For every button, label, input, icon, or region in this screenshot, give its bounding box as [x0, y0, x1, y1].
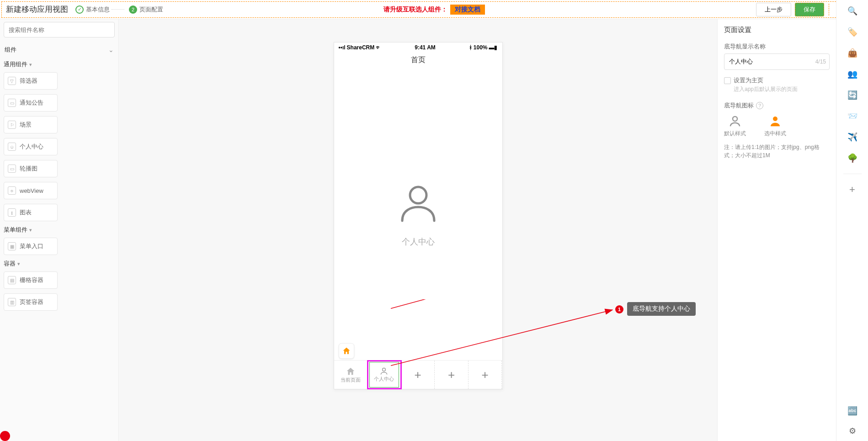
notice-icon: ▭ [8, 99, 16, 107]
widget-grid-container[interactable]: ▤栅格容器 [4, 271, 58, 289]
nav-name-label: 底导航显示名称 [724, 43, 830, 51]
corner-indicator [0, 431, 10, 441]
home-icon [346, 367, 356, 377]
section-label: 组件 [5, 46, 16, 54]
checkbox-icon [724, 77, 731, 84]
upgrade-text: 请升级互联选人组件： [383, 5, 447, 14]
canvas: ••ıl ShareCRM ᯤ 9:41 AM ᚼ 100% ▬▮ 首页 个人中… [119, 19, 717, 441]
plus-icon: + [482, 368, 489, 382]
widget-personal-center[interactable]: ☺个人中心 [4, 138, 58, 155]
gear-icon[interactable]: ⚙ [847, 425, 858, 436]
svg-point-1 [383, 368, 386, 372]
user-icon [768, 114, 782, 128]
bag-icon[interactable]: 👜 [847, 48, 858, 58]
widget-notice[interactable]: ▭通知公告 [4, 94, 58, 112]
widget-scene[interactable]: ⚐场景 [4, 116, 58, 133]
filter-icon: ▽ [8, 77, 16, 85]
nav-tab-add-3[interactable]: + [469, 361, 502, 389]
chevron-down-icon: ▾ [29, 62, 32, 68]
phone-preview: ••ıl ShareCRM ᯤ 9:41 AM ᚼ 100% ▬▮ 首页 个人中… [334, 42, 503, 389]
carousel-icon: ▭ [8, 165, 16, 173]
home-icon [342, 346, 351, 356]
svg-point-3 [773, 117, 777, 121]
battery-icon: ▬▮ [489, 44, 497, 51]
icon-style-selected[interactable]: 选中样式 [764, 114, 786, 138]
phone-body: 个人中心 [334, 68, 502, 360]
svg-point-0 [410, 187, 426, 203]
send-icon[interactable]: ✈️ [847, 132, 858, 143]
plus-icon[interactable]: + [847, 184, 858, 195]
svg-point-2 [733, 117, 737, 121]
home-indicator[interactable] [339, 343, 354, 359]
group-general[interactable]: 通用组件▾ [4, 60, 115, 69]
widget-tab-container[interactable]: ▥页签容器 [4, 293, 58, 311]
widget-webview[interactable]: ⎆webView [4, 182, 58, 199]
doc-link[interactable]: 对接文档 [450, 5, 485, 15]
page-title: 新建移动应用视图 [4, 4, 73, 15]
nav-tab-add-2[interactable]: + [435, 361, 469, 389]
phone-body-label: 个人中心 [402, 236, 435, 247]
grid-container-icon: ▤ [8, 276, 16, 284]
bottom-nav-editor: 当前页面 个人中心 + + + [334, 360, 502, 389]
separator [843, 174, 862, 174]
components-toggle[interactable]: 组件 ⌄ [4, 44, 115, 56]
group-menu[interactable]: 菜单组件▾ [4, 226, 115, 234]
top-bar-inner: 新建移动应用视图 ✓ 基本信息 2 页面配置 请升级互联选人组件： 对接文档 上… [1, 1, 868, 18]
chevron-down-icon: ⌄ [108, 46, 114, 53]
top-bar: 新建移动应用视图 ✓ 基本信息 2 页面配置 请升级互联选人组件： 对接文档 上… [0, 0, 868, 19]
nav-tab-add-1[interactable]: + [401, 361, 435, 389]
chevron-down-icon: ▾ [17, 261, 20, 267]
step-2: 2 页面配置 [129, 5, 163, 14]
app-dock: 🔍 🏷️ 👜 👥 🔄 📨 ✈️ 🌳 + 🔤 ⚙ [836, 0, 868, 441]
user-icon [379, 367, 389, 376]
grid-icon: ▦ [8, 242, 16, 250]
components-panel: 组件 ⌄ 通用组件▾ ▽筛选器 ▭通知公告 ⚐场景 ☺个人中心 ▭轮播图 ⎆we… [0, 19, 119, 441]
tab-container-icon: ▥ [8, 298, 16, 306]
search-input[interactable] [4, 22, 115, 37]
user-icon [728, 114, 742, 128]
mail-icon[interactable]: 📨 [847, 111, 858, 122]
check-icon: ✓ [75, 5, 84, 14]
upgrade-banner: 请升级互联选人组件： 对接文档 [383, 5, 485, 15]
step-1: ✓ 基本信息 [75, 5, 110, 14]
wifi-icon: ᯤ [376, 44, 381, 51]
nav-tab-current[interactable]: 当前页面 [334, 361, 368, 389]
prev-button[interactable]: 上一步 [756, 3, 791, 16]
nav-icon-label: 底导航图标 ? [724, 101, 830, 110]
set-home-checkbox[interactable]: 设置为主页 [724, 76, 830, 85]
search-icon[interactable]: 🔍 [847, 5, 858, 16]
nav-name-input[interactable] [724, 53, 830, 70]
separator [829, 4, 829, 16]
phone-page-title: 首页 [334, 53, 502, 68]
refresh-icon[interactable]: 🔄 [847, 90, 858, 101]
people-icon[interactable]: 👥 [847, 69, 858, 80]
widget-filter[interactable]: ▽筛选器 [4, 72, 58, 90]
upload-note: 注：请上传1:1的图片；支持jpg、png格式；大小不超过1M [724, 143, 830, 159]
user-icon [395, 181, 441, 226]
plus-icon: + [414, 368, 421, 382]
widget-menu-entry[interactable]: ▦菜单入口 [4, 238, 58, 255]
widget-carousel[interactable]: ▭轮播图 [4, 160, 58, 177]
group-container[interactable]: 容器▾ [4, 260, 115, 268]
save-button[interactable]: 保存 [795, 3, 824, 16]
scene-icon: ⚐ [8, 121, 16, 129]
char-count: 4/15 [815, 53, 826, 70]
nav-tab-personal-center[interactable]: 个人中心 [367, 361, 401, 389]
phone-status-bar: ••ıl ShareCRM ᯤ 9:41 AM ᚼ 100% ▬▮ [334, 43, 502, 53]
status-time: 9:41 AM [415, 44, 436, 51]
translate-icon[interactable]: 🔤 [847, 405, 858, 416]
tag-icon[interactable]: 🏷️ [847, 27, 858, 37]
signal-icon: ••ıl [339, 44, 346, 51]
plus-icon: + [448, 368, 455, 382]
step-divider [112, 9, 124, 10]
link-icon: ⎆ [8, 186, 16, 195]
properties-panel: 页面设置 底导航显示名称 4/15 设置为主页 进入app后默认展示的页面 底导… [717, 19, 836, 441]
chevron-down-icon: ▾ [29, 227, 32, 233]
help-icon[interactable]: ? [756, 102, 763, 109]
tree-icon[interactable]: 🌳 [847, 153, 858, 164]
icon-style-default[interactable]: 默认样式 [724, 114, 746, 138]
widget-chart[interactable]: ⫿图表 [4, 204, 58, 221]
step-number-icon: 2 [129, 5, 137, 14]
chart-icon: ⫿ [8, 208, 16, 217]
user-icon: ☺ [8, 143, 16, 151]
